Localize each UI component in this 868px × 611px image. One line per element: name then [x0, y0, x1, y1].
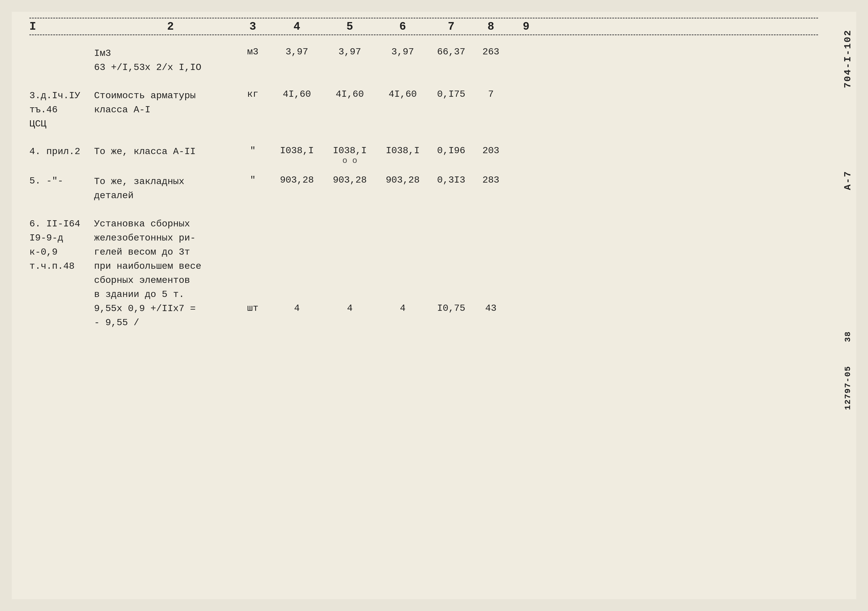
header-container: I 2 3 4 5 6 7 8 9 [29, 18, 818, 35]
row3-col2: То же, закладных деталей [94, 172, 235, 203]
header-col4: 4 [270, 20, 323, 33]
row2-col2: То же, класса А-II [94, 143, 235, 158]
row4-col2: Установка сборных железобетонных ри- гел… [94, 215, 235, 330]
row0-col4: 3,97 [270, 44, 323, 57]
row0-col5: 3,97 [323, 44, 376, 57]
row0-col2: Iм3 63 +/I,53x 2/x I,IO [94, 44, 235, 75]
row4-col7: I0,75 [429, 215, 473, 314]
page: I 2 3 4 5 6 7 8 9 Iм3 63 +/I,53x 2/x I,I… [12, 12, 856, 599]
row3-col5: 903,28 [323, 172, 376, 186]
row4-col1: 6. II-I64 I9-9-д к-0,9 т.ч.п.48 [29, 215, 94, 273]
row0-col8: 263 [473, 44, 508, 57]
row4-col3: шт [235, 215, 270, 314]
table-row: 6. II-I64 I9-9-д к-0,9 т.ч.п.48 Установк… [29, 215, 818, 330]
row4-col4: 4 [270, 215, 323, 314]
row2-col1: 4. прил.2 [29, 143, 94, 158]
right-labels: 704-I-102 A-7 38 12797-05 [842, 29, 853, 410]
header-col6: 6 [376, 20, 429, 33]
row3-col8: 283 [473, 172, 508, 186]
header-col7: 7 [429, 20, 473, 33]
row1-col8: 7 [473, 87, 508, 100]
row1-col5: 4I,60 [323, 87, 376, 100]
row0-col6: 3,97 [376, 44, 429, 57]
row2-col7: 0,I96 [429, 143, 473, 156]
row4-col6: 4 [376, 215, 429, 314]
table-row: 3.д.Iч.IУ тъ.46 ЦСЦ Стоимость арматуры к… [29, 87, 818, 131]
row1-col4: 4I,60 [270, 87, 323, 100]
header-col1: I [29, 20, 94, 33]
row3-col4: 903,28 [270, 172, 323, 186]
header-col9: 9 [508, 20, 544, 33]
row3-col7: 0,3I3 [429, 172, 473, 186]
row1-col2: Стоимость арматуры клаcca А-I [94, 87, 235, 117]
table-row: 5. -"- То же, закладных деталей " 903,28… [29, 172, 818, 203]
row0-col1 [29, 44, 94, 47]
right-label-top: 704-I-102 [842, 29, 853, 88]
right-label-middle: A-7 [842, 171, 853, 190]
row2-col5: I038,I ο ο [323, 143, 376, 165]
table-row: 4. прил.2 То же, класса А-II " I038,I I0… [29, 143, 818, 166]
row0-col7: 66,37 [429, 44, 473, 57]
header-col3: 3 [235, 20, 270, 33]
row1-col1: 3.д.Iч.IУ тъ.46 ЦСЦ [29, 87, 94, 131]
row1-col3: кг [235, 87, 270, 100]
row4-col5: 4 [323, 215, 376, 314]
row4-col8: 43 [473, 215, 508, 314]
row2-col4: I038,I [270, 143, 323, 156]
table-content: Iм3 63 +/I,53x 2/x I,IO м3 3,97 3,97 3,9… [29, 38, 818, 582]
row3-col3: " [235, 172, 270, 186]
row1-col6: 4I,60 [376, 87, 429, 100]
right-label-docnum: 12797-05 [843, 366, 852, 410]
row2-col6: I038,I [376, 143, 429, 156]
header-col2: 2 [94, 20, 235, 33]
header-col5: 5 [323, 20, 376, 33]
row2-col8: 203 [473, 143, 508, 156]
row1-col7: 0,I75 [429, 87, 473, 100]
header-row: I 2 3 4 5 6 7 8 9 [29, 18, 818, 35]
right-label-bottom: 38 [843, 331, 852, 342]
row2-col3: " [235, 143, 270, 156]
row0-col3: м3 [235, 44, 270, 57]
header-col8: 8 [473, 20, 508, 33]
row3-col6: 903,28 [376, 172, 429, 186]
row3-col1: 5. -"- [29, 172, 94, 188]
table-row: Iм3 63 +/I,53x 2/x I,IO м3 3,97 3,97 3,9… [29, 44, 818, 75]
